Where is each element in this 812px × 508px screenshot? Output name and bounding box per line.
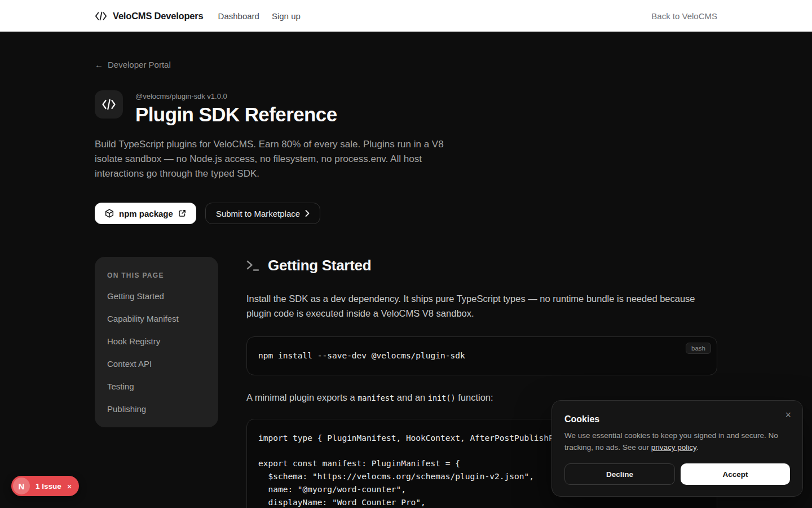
nav-links: Dashboard Sign up bbox=[218, 11, 301, 21]
section-intro: Install the SDK as a dev dependency. It … bbox=[246, 291, 717, 321]
sentence-text: function: bbox=[456, 392, 493, 402]
section-title: Getting Started bbox=[268, 257, 371, 274]
page-title: Plugin SDK Reference bbox=[135, 103, 337, 126]
decline-button[interactable]: Decline bbox=[564, 463, 675, 485]
close-icon[interactable]: × bbox=[785, 410, 791, 420]
toc-item-context-api[interactable]: Context API bbox=[107, 358, 206, 370]
n-logo-badge: N bbox=[13, 478, 30, 494]
nav-link-signup[interactable]: Sign up bbox=[272, 11, 301, 21]
nav-link-dashboard[interactable]: Dashboard bbox=[218, 11, 259, 21]
developer-portal-back-link[interactable]: ← Developer Portal bbox=[95, 60, 171, 69]
hero-header: @velocms/plugin-sdk v1.0.0 Plugin SDK Re… bbox=[95, 90, 717, 126]
package-kicker: @velocms/plugin-sdk v1.0.0 bbox=[135, 92, 337, 100]
code-icon bbox=[102, 99, 116, 110]
toc-item-getting-started[interactable]: Getting Started bbox=[107, 291, 206, 302]
external-link-icon bbox=[178, 209, 186, 217]
cookie-dialog-title: Cookies bbox=[564, 414, 790, 424]
hero-description: Build TypeScript plugins for VeloCMS. Ea… bbox=[95, 137, 445, 181]
cookie-consent-dialog: Cookies × We use essential cookies to ke… bbox=[551, 400, 803, 497]
dev-issue-badge[interactable]: N 1 Issue × bbox=[11, 476, 79, 496]
close-icon[interactable]: × bbox=[67, 482, 72, 491]
section-header: Getting Started bbox=[246, 257, 717, 274]
inline-code-init: init() bbox=[428, 393, 456, 402]
inline-code-manifest: manifest bbox=[358, 393, 394, 402]
hero-titles: @velocms/plugin-sdk v1.0.0 Plugin SDK Re… bbox=[135, 90, 337, 126]
cookie-dialog-buttons: Decline Accept bbox=[564, 463, 790, 485]
brand-logo[interactable]: VeloCMS Developers bbox=[95, 11, 204, 21]
brand-name: VeloCMS Developers bbox=[113, 11, 204, 21]
terminal-prompt-icon bbox=[246, 260, 260, 271]
npm-package-button[interactable]: npm package bbox=[95, 203, 196, 224]
toc-item-testing[interactable]: Testing bbox=[107, 381, 206, 392]
install-code-block: npm install --save-dev @velocms/plugin-s… bbox=[246, 336, 717, 375]
npm-package-label: npm package bbox=[119, 209, 173, 218]
install-code: npm install --save-dev @velocms/plugin-s… bbox=[258, 349, 705, 362]
top-navbar: VeloCMS Developers Dashboard Sign up Bac… bbox=[0, 0, 812, 32]
language-badge-bash: bash bbox=[686, 343, 711, 354]
toc-item-publishing[interactable]: Publishing bbox=[107, 404, 206, 415]
issue-count-label[interactable]: 1 Issue bbox=[36, 482, 61, 491]
cookie-body-text: . bbox=[696, 443, 699, 452]
cookie-dialog-body: We use essential cookies to keep you sig… bbox=[564, 430, 790, 453]
privacy-policy-link[interactable]: privacy policy bbox=[651, 443, 696, 452]
toc-list: Getting Started Capability Manifest Hook… bbox=[107, 291, 206, 415]
toc-item-hook-registry[interactable]: Hook Registry bbox=[107, 336, 206, 347]
submit-marketplace-label: Submit to Marketplace bbox=[216, 209, 300, 218]
sentence-text: and an bbox=[394, 392, 428, 402]
submit-marketplace-button[interactable]: Submit to Marketplace bbox=[205, 203, 320, 224]
code-icon bbox=[95, 11, 107, 21]
toc-item-capability-manifest[interactable]: Capability Manifest bbox=[107, 313, 206, 325]
back-to-velocms-link[interactable]: Back to VeloCMS bbox=[651, 11, 717, 21]
developer-portal-label: Developer Portal bbox=[108, 60, 171, 69]
sdk-icon-tile bbox=[95, 90, 123, 119]
arrow-left-icon: ← bbox=[95, 60, 103, 69]
toc-heading: ON THIS PAGE bbox=[107, 271, 206, 279]
package-icon bbox=[105, 209, 114, 218]
chevron-right-icon bbox=[305, 210, 310, 217]
accept-button[interactable]: Accept bbox=[681, 463, 790, 485]
hero-buttons: npm package Submit to Marketplace bbox=[95, 203, 717, 224]
on-this-page-card: ON THIS PAGE Getting Started Capability … bbox=[95, 257, 218, 427]
sentence-text: A minimal plugin exports a bbox=[246, 392, 358, 402]
